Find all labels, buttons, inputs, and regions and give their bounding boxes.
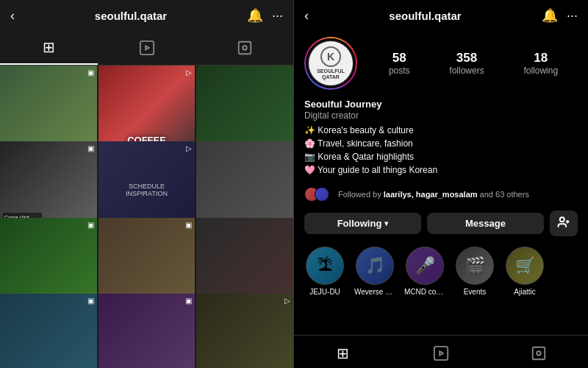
highlight-jeju[interactable]: 🏝 JEJU-DU — [304, 247, 345, 296]
svg-point-8 — [537, 351, 542, 355]
highlight-ajiattic[interactable]: 🛒 Ajiattic — [504, 247, 545, 296]
svg-point-2 — [243, 46, 247, 50]
stat-posts-number: 58 — [389, 51, 410, 66]
follower-avatar-2 — [315, 187, 329, 202]
photo-grid: ▣ Visit... ▷ COFFEE ADVENTURES ▣ Come Vi… — [0, 66, 293, 368]
svg-rect-1 — [238, 42, 251, 54]
highlight-circle-events: 🎬 — [456, 247, 494, 285]
highlight-label-events: Events — [464, 288, 487, 296]
cell-overlay-7: ▣ — [87, 221, 94, 229]
cell-overlay-1: ▣ — [87, 68, 94, 77]
left-back-button[interactable]: ‹ — [10, 8, 15, 24]
grid-cell-11[interactable]: ▣ PLACES TO VISIT IN — [98, 294, 196, 368]
bio-line-4: 🩷 Your guide to all things Korean — [304, 163, 578, 177]
bio-line-3: 📷 Korea & Qatar highlights — [304, 150, 578, 163]
following-button[interactable]: Following ▾ — [304, 213, 421, 234]
stat-following-number: 18 — [523, 51, 558, 66]
left-header-title: seoulful.qatar — [95, 10, 167, 22]
right-more-icon[interactable]: ··· — [567, 8, 578, 24]
left-header-icons: 🔔 ··· — [247, 7, 283, 24]
svg-rect-0 — [140, 41, 153, 54]
bio-section: Seoulful Journey Digital creator ✨ Korea… — [294, 97, 588, 183]
followers-row: Followed by laarilys, hagar_mosalam and … — [294, 183, 588, 206]
add-person-button[interactable] — [550, 210, 578, 236]
cell-overlay-8: ▣ — [185, 221, 192, 229]
bio-role: Digital creator — [304, 110, 578, 121]
highlight-circle-ajiattic: 🛒 — [506, 247, 544, 285]
avatar-logo-text-line2: QATAR — [322, 74, 340, 80]
highlights-section: 🏝 JEJU-DU 🎵 Weverse Fe... 🎤 MCND conc...… — [294, 241, 588, 302]
avatar-logo: K SEOULFUL QATAR — [309, 41, 353, 85]
highlight-label-jeju: JEJU-DU — [309, 288, 340, 296]
bio-line-2: 🌸 Travel, skincare, fashion — [304, 137, 578, 150]
profile-section: K SEOULFUL QATAR 58 posts 358 followers … — [294, 31, 588, 97]
grid-cell-12[interactable]: ▷ — [196, 294, 293, 368]
highlight-label-weverse: Weverse Fe... — [354, 288, 395, 296]
stat-posts[interactable]: 58 posts — [389, 51, 410, 76]
highlight-label-mcnd: MCND conc... — [404, 288, 445, 296]
tab-grid[interactable]: ⊞ — [0, 31, 98, 65]
left-more-icon[interactable]: ··· — [272, 8, 283, 24]
right-tab-reels[interactable] — [392, 342, 490, 365]
cell-overlay-10: ▣ — [87, 297, 94, 305]
bio-name: Seoulful Journey — [304, 99, 578, 110]
follower-avatars — [304, 187, 325, 202]
stat-followers-label: followers — [449, 66, 484, 76]
left-tab-bar: ⊞ — [0, 31, 293, 66]
highlight-mcnd[interactable]: 🎤 MCND conc... — [404, 247, 445, 296]
following-button-label: Following — [337, 218, 382, 229]
cell-overlay-11: ▣ — [185, 297, 192, 305]
followers-text: Followed by laarilys, hagar_mosalam and … — [338, 190, 529, 199]
left-header: ‹ seoulful.qatar 🔔 ··· — [0, 0, 293, 31]
avatar-logo-text-line1: SEOULFUL — [317, 68, 345, 74]
stat-followers-number: 358 — [449, 51, 484, 66]
highlight-weverse[interactable]: 🎵 Weverse Fe... — [354, 247, 395, 296]
avatar-inner: K SEOULFUL QATAR — [306, 38, 356, 88]
right-header: ‹ seoulful.qatar 🔔 ··· — [294, 0, 588, 31]
right-tab-tagged[interactable] — [490, 342, 588, 365]
stats-container: 58 posts 358 followers 18 following — [369, 51, 578, 76]
bio-line-1: ✨ Korea's beauty & culture — [304, 124, 578, 137]
highlight-events[interactable]: 🎬 Events — [454, 247, 495, 296]
right-bottom-tab-bar: ⊞ — [294, 335, 588, 368]
cell-overlay-2: ▷ — [186, 68, 192, 77]
tab-reels[interactable] — [98, 31, 196, 65]
highlight-circle-weverse: 🎵 — [356, 247, 394, 285]
cell-overlay-12: ▷ — [284, 297, 290, 305]
stat-followers[interactable]: 358 followers — [449, 51, 484, 76]
right-tab-grid[interactable]: ⊞ — [294, 342, 392, 365]
followers-names[interactable]: laarilys, hagar_mosalam — [384, 190, 478, 199]
stat-following-label: following — [523, 66, 558, 76]
highlight-label-ajiattic: Ajiattic — [514, 288, 535, 296]
tab-tagged[interactable] — [196, 31, 293, 65]
message-button[interactable]: Message — [427, 213, 544, 234]
chevron-down-icon: ▾ — [384, 219, 388, 227]
right-header-title: seoulful.qatar — [389, 10, 461, 22]
right-header-icons: 🔔 ··· — [542, 7, 578, 24]
highlight-circle-jeju: 🏝 — [306, 247, 344, 285]
left-bell-icon[interactable]: 🔔 — [247, 7, 263, 24]
action-bar: Following ▾ Message — [294, 206, 588, 241]
right-back-button[interactable]: ‹ — [304, 8, 309, 24]
stat-posts-label: posts — [389, 66, 410, 76]
grid-cell-10[interactable]: ▣ — [0, 294, 97, 368]
highlight-circle-mcnd: 🎤 — [406, 247, 444, 285]
right-bell-icon[interactable]: 🔔 — [542, 7, 558, 24]
svg-rect-7 — [533, 347, 545, 360]
left-panel: ‹ seoulful.qatar 🔔 ··· ⊞ ▣ Visit... ▷ CO… — [0, 0, 294, 368]
cell-overlay-4: ▣ — [87, 144, 94, 152]
avatar[interactable]: K SEOULFUL QATAR — [304, 37, 357, 90]
stat-following[interactable]: 18 following — [523, 51, 558, 76]
svg-rect-6 — [434, 347, 448, 360]
right-panel: ‹ seoulful.qatar 🔔 ··· K SEOULFUL QATAR … — [294, 0, 588, 368]
svg-point-3 — [560, 217, 564, 222]
